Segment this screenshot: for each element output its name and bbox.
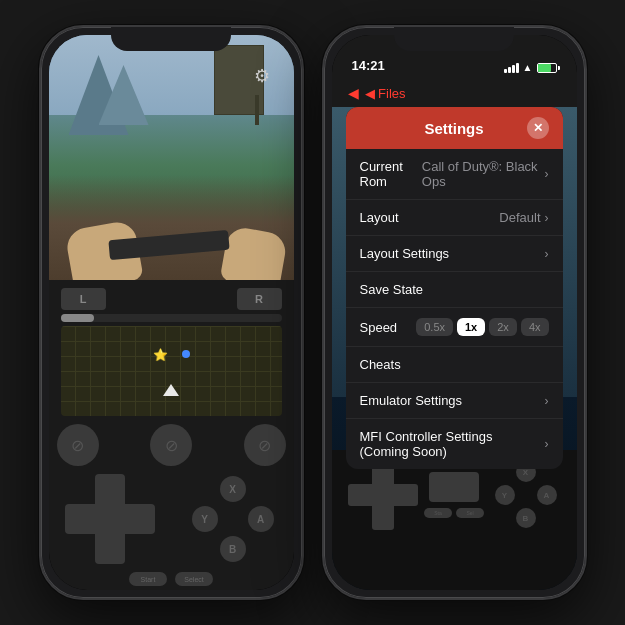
phones-container: ⚙ L R ⭐ ⊘ ⊘: [19, 5, 607, 620]
p2-t-button[interactable]: [429, 472, 479, 502]
settings-header: Settings ✕: [346, 107, 563, 149]
notch-1: [111, 27, 231, 51]
start-select-row: Start Select: [49, 572, 294, 586]
battery-icon: [537, 63, 557, 73]
settings-row-mfi[interactable]: MFI Controller Settings (Coming Soon) ›: [346, 419, 563, 469]
p2-abxy: X Y A B: [491, 460, 561, 530]
dpad-center: [95, 504, 125, 534]
grid-dot: [182, 350, 190, 358]
layout-value: Default ›: [499, 210, 548, 225]
cheats-label: Cheats: [360, 357, 401, 372]
emulator-label: Emulator Settings: [360, 393, 463, 408]
speed-options: 0.5x 1x 2x 4x: [416, 318, 548, 336]
p2-ss-buttons: Sta Sel: [424, 508, 484, 518]
battery-fill: [538, 64, 552, 72]
save-state-label: Save State: [360, 282, 424, 297]
chevron-icon-layout: ›: [545, 211, 549, 225]
settings-row-emulator[interactable]: Emulator Settings ›: [346, 383, 563, 419]
chevron-icon-emulator: ›: [545, 394, 549, 408]
p2-y-button[interactable]: Y: [495, 485, 515, 505]
settings-modal: Settings ✕ Current Rom Call of Duty®: Bl…: [346, 107, 563, 469]
layout-label: Layout: [360, 210, 399, 225]
grid-lines: [61, 326, 282, 416]
current-rom-label: Current Rom: [360, 159, 422, 189]
settings-row-cheats[interactable]: Cheats: [346, 347, 563, 383]
action-btn-3[interactable]: ⊘: [244, 424, 286, 466]
phone-1: ⚙ L R ⭐ ⊘ ⊘: [39, 25, 304, 600]
mfi-label: MFI Controller Settings (Coming Soon): [360, 429, 545, 459]
p2-b-button[interactable]: B: [516, 508, 536, 528]
speed-0-5x[interactable]: 0.5x: [416, 318, 453, 336]
current-rom-text: Call of Duty®: Black Ops: [422, 159, 541, 189]
gear-icon[interactable]: ⚙: [254, 65, 276, 87]
action-btn-1[interactable]: ⊘: [57, 424, 99, 466]
start-button[interactable]: Start: [129, 572, 167, 586]
wifi-icon: ▲: [523, 62, 533, 73]
b-button[interactable]: B: [220, 536, 246, 562]
game-grid: ⭐: [61, 326, 282, 416]
volume-fill: [61, 314, 94, 322]
action-buttons-row: ⊘ ⊘ ⊘: [49, 420, 294, 470]
nav-bar: ◀ ◀ Files: [332, 79, 577, 107]
p2-sel-button[interactable]: Sta: [424, 508, 452, 518]
close-button[interactable]: ✕: [527, 117, 549, 139]
bar2: [508, 67, 511, 73]
game-view: ⚙: [49, 35, 294, 295]
action-btn-2[interactable]: ⊘: [150, 424, 192, 466]
settings-row-layout[interactable]: Layout Default ›: [346, 200, 563, 236]
dpad-abxy-row: X Y A B: [49, 470, 294, 568]
phone2-content: 14:21 ▲: [332, 35, 577, 590]
settings-row-save-state[interactable]: Save State: [346, 272, 563, 308]
a-button[interactable]: A: [248, 506, 274, 532]
chevron-icon-rom: ›: [545, 167, 549, 181]
notch-2: [394, 27, 514, 51]
screen-1: ⚙ L R ⭐ ⊘ ⊘: [49, 35, 294, 590]
p2-dpad: [348, 460, 418, 530]
settings-row-speed[interactable]: Speed 0.5x 1x 2x 4x: [346, 308, 563, 347]
layout-text: Default: [499, 210, 540, 225]
lr-buttons-row: L R: [49, 280, 294, 310]
chevron-icon-mfi: ›: [545, 437, 549, 451]
dpad: [65, 474, 155, 564]
layout-settings-label: Layout Settings: [360, 246, 450, 261]
files-label[interactable]: ◀ Files: [365, 86, 406, 101]
settings-row-current-rom[interactable]: Current Rom Call of Duty®: Black Ops ›: [346, 149, 563, 200]
p2-sta-button[interactable]: Sel: [456, 508, 484, 518]
controller-area: L R ⭐ ⊘ ⊘ ⊘: [49, 280, 294, 590]
time-display: 14:21: [352, 58, 385, 73]
grid-star: ⭐: [153, 348, 168, 362]
r-button[interactable]: R: [237, 288, 282, 310]
speed-label: Speed: [360, 320, 398, 335]
signal-icon: [504, 63, 519, 73]
l-button[interactable]: L: [61, 288, 106, 310]
bar4: [516, 63, 519, 73]
back-arrow-icon[interactable]: ◀: [348, 85, 359, 101]
abxy-pad: X Y A B: [188, 474, 278, 564]
status-icons: ▲: [504, 62, 557, 73]
chevron-icon-layout-settings: ›: [545, 247, 549, 261]
bar3: [512, 65, 515, 73]
select-button[interactable]: Select: [175, 572, 213, 586]
p2-controller: Sta Sel X Y A B: [332, 450, 577, 590]
speed-2x[interactable]: 2x: [489, 318, 517, 336]
phone-2: 14:21 ▲: [322, 25, 587, 600]
game-structure-legs: [255, 95, 259, 125]
p2-a-button[interactable]: A: [537, 485, 557, 505]
current-rom-value: Call of Duty®: Black Ops ›: [422, 159, 549, 189]
p2-dpad-v: [372, 460, 394, 530]
screen-2: 14:21 ▲: [332, 35, 577, 590]
volume-bar: [61, 314, 282, 322]
p2-center: Sta Sel: [424, 472, 484, 518]
bar1: [504, 69, 507, 73]
speed-4x[interactable]: 4x: [521, 318, 549, 336]
grid-triangle: [163, 384, 179, 396]
y-button[interactable]: Y: [192, 506, 218, 532]
settings-row-layout-settings[interactable]: Layout Settings ›: [346, 236, 563, 272]
settings-title: Settings: [382, 120, 527, 137]
speed-1x[interactable]: 1x: [457, 318, 485, 336]
x-button[interactable]: X: [220, 476, 246, 502]
